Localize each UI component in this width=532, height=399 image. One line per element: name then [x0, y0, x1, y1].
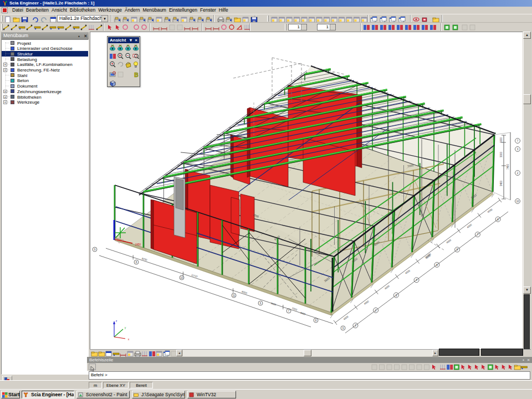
svg-text:4000: 4000 [446, 238, 452, 244]
svg-text:B: B [134, 71, 139, 78]
svg-text:4000: 4000 [364, 300, 370, 305]
svg-text:3693: 3693 [300, 311, 306, 316]
svg-text:y: y [125, 326, 126, 329]
svg-text:7: 7 [288, 310, 290, 313]
svg-text:8: 8 [136, 261, 137, 264]
svg-text:4000: 4000 [405, 269, 411, 275]
svg-text:4000: 4000 [343, 315, 349, 321]
svg-text:3400: 3400 [500, 180, 503, 186]
svg-text:4000: 4000 [466, 223, 472, 229]
svg-text:3693: 3693 [270, 302, 277, 306]
svg-text:z: z [116, 319, 117, 323]
svg-text:2: 2 [517, 172, 519, 175]
svg-text:2450: 2450 [135, 243, 141, 246]
svg-text:10: 10 [516, 200, 519, 203]
svg-text:6: 6 [260, 302, 262, 305]
svg-text:4000: 4000 [384, 284, 390, 290]
svg-text:9: 9 [94, 248, 96, 251]
svg-text:7400: 7400 [507, 163, 509, 170]
svg-text:1000: 1000 [500, 137, 503, 143]
svg-text:x: x [128, 337, 130, 341]
svg-text:3: 3 [517, 148, 519, 151]
svg-text:8250: 8250 [141, 257, 148, 262]
svg-text:3000: 3000 [500, 151, 503, 157]
svg-text:7: 7 [517, 140, 519, 142]
svg-text:8: 8 [315, 319, 317, 322]
svg-text:11: 11 [233, 294, 236, 297]
svg-text:9: 9 [342, 327, 344, 330]
svg-text:10: 10 [180, 277, 183, 279]
svg-text:4000: 4000 [487, 208, 493, 213]
